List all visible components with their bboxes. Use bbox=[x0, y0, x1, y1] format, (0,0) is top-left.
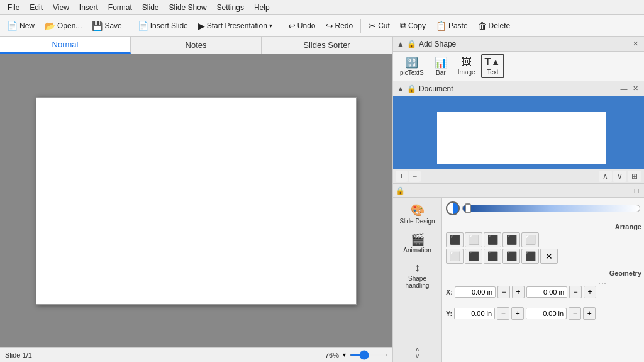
remove-slide-button[interactable]: − bbox=[409, 171, 421, 182]
doc-preview bbox=[393, 96, 644, 169]
shape-handling-tool[interactable]: ↕ Shape handling bbox=[394, 258, 441, 292]
arrange-row-1: ⬛ ⬜ ⬛ ⬛ ⬜ bbox=[443, 232, 643, 248]
menu-format[interactable]: Format bbox=[103, 2, 137, 13]
delete-button[interactable]: 🗑 Delete bbox=[474, 19, 515, 33]
save-button[interactable]: 💾 Save bbox=[87, 19, 126, 33]
undo-button[interactable]: ↩ Undo bbox=[284, 19, 320, 33]
cut-button[interactable]: ✂ Cut bbox=[364, 19, 394, 33]
zoom-slider[interactable] bbox=[350, 354, 387, 356]
geometry-section: Geometry X: − + − + ⋮ Y: bbox=[443, 267, 643, 321]
open-button[interactable]: 📂 Open... bbox=[40, 19, 86, 33]
y-increase-btn[interactable]: + bbox=[511, 307, 524, 320]
paste-button[interactable]: 📋 Paste bbox=[431, 19, 472, 33]
close-button[interactable]: ✕ bbox=[630, 39, 640, 49]
status-bar: Slide 1/1 76% ▾ bbox=[0, 347, 392, 362]
doc-collapse-icon[interactable]: ▲ bbox=[397, 84, 404, 93]
insert-slide-button[interactable]: 📄 Insert Slide bbox=[133, 19, 192, 33]
x2-increase-btn[interactable]: + bbox=[584, 286, 596, 298]
arr-btn-10[interactable]: ⬛ bbox=[521, 249, 539, 264]
x-decrease-btn[interactable]: − bbox=[497, 286, 510, 298]
tab-normal[interactable]: Normal bbox=[0, 37, 131, 54]
arr-btn-2[interactable]: ⬜ bbox=[465, 232, 482, 247]
menu-settings[interactable]: Settings bbox=[212, 2, 249, 13]
y-input-1[interactable] bbox=[454, 308, 495, 319]
shape-tool-pictext[interactable]: 🔡 picTextS bbox=[397, 55, 427, 78]
arr-btn-3[interactable]: ⬛ bbox=[484, 232, 501, 247]
x-input-1[interactable] bbox=[455, 286, 496, 298]
separator-1 bbox=[130, 19, 130, 33]
y2-decrease-btn[interactable]: − bbox=[569, 307, 581, 320]
shape-tool-text[interactable]: T▲ Text bbox=[481, 54, 505, 78]
redo-button[interactable]: ↪ Redo bbox=[321, 19, 358, 33]
expand-btn[interactable]: □ bbox=[631, 186, 641, 196]
arr-btn-8[interactable]: ⬛ bbox=[484, 249, 501, 264]
menu-slideshow[interactable]: Slide Show bbox=[164, 2, 212, 13]
slide-area bbox=[0, 54, 392, 347]
menu-help[interactable]: Help bbox=[249, 2, 275, 13]
slide-canvas[interactable] bbox=[36, 97, 357, 305]
x-increase-btn[interactable]: + bbox=[512, 286, 525, 298]
next-slide-button[interactable]: ∨ bbox=[613, 171, 626, 182]
sidebar-scroll[interactable]: ∧ ∨ bbox=[415, 346, 419, 359]
text-icon: T▲ bbox=[485, 57, 501, 68]
grid-view-button[interactable]: ⊞ bbox=[628, 171, 641, 182]
new-button[interactable]: 📄 New bbox=[3, 19, 39, 33]
color-slider-thumb[interactable] bbox=[465, 203, 471, 213]
geometry-title: Geometry bbox=[443, 267, 643, 278]
doc-close-button[interactable]: ✕ bbox=[630, 84, 640, 94]
y2-increase-btn[interactable]: + bbox=[583, 307, 596, 320]
arr-btn-6[interactable]: ⬜ bbox=[446, 249, 464, 264]
save-icon: 💾 bbox=[92, 21, 103, 31]
doc-lock-icon: 🔒 bbox=[407, 84, 416, 93]
arr-btn-9[interactable]: ⬛ bbox=[502, 249, 520, 264]
arr-btn-5[interactable]: ⬜ bbox=[521, 232, 539, 247]
menu-insert[interactable]: Insert bbox=[74, 2, 103, 13]
minimize-button[interactable]: — bbox=[619, 39, 629, 49]
x-input-2[interactable] bbox=[526, 286, 567, 298]
add-shape-title: Add Shape bbox=[419, 40, 456, 48]
main-area: Normal Notes Slides Sorter Slide 1/1 76%… bbox=[0, 37, 644, 362]
menu-edit[interactable]: Edit bbox=[25, 2, 48, 13]
menu-bar: File Edit View Insert Format Slide Slide… bbox=[0, 0, 644, 15]
animation-icon: 🎬 bbox=[411, 232, 425, 246]
doc-preview-controls: + − ∧ ∨ ⊞ bbox=[393, 169, 644, 183]
tab-notes[interactable]: Notes bbox=[131, 37, 262, 54]
animation-tool[interactable]: 🎬 Animation bbox=[394, 229, 441, 257]
arr-btn-4[interactable]: ⬛ bbox=[502, 232, 520, 247]
document-title: Document bbox=[419, 84, 453, 93]
menu-slide[interactable]: Slide bbox=[137, 2, 164, 13]
shape-tool-bar[interactable]: 📊 Bar bbox=[430, 55, 452, 78]
shape-tool-image[interactable]: 🖼 Image bbox=[455, 55, 479, 77]
color-circle-outer[interactable] bbox=[446, 201, 460, 215]
zoom-level: 76% bbox=[325, 351, 339, 359]
slide-design-tool[interactable]: 🎨 Slide Design bbox=[394, 200, 441, 228]
new-icon: 📄 bbox=[7, 21, 18, 31]
geometry-y-row: Y: − + − + bbox=[443, 306, 643, 321]
arr-btn-11[interactable]: ✕ bbox=[540, 249, 558, 264]
doc-preview-white-box bbox=[437, 112, 606, 164]
copy-button[interactable]: ⧉ Copy bbox=[396, 18, 430, 33]
tab-slides-sorter[interactable]: Slides Sorter bbox=[262, 37, 392, 54]
slide-info: Slide 1/1 bbox=[5, 351, 32, 359]
add-slide-button[interactable]: + bbox=[396, 171, 408, 182]
arr-btn-7[interactable]: ⬛ bbox=[465, 249, 482, 264]
document-section: ▲ 🔒 Document — ✕ + − ∧ bbox=[393, 81, 644, 184]
right-panel: ▲ 🔒 Add Shape — ✕ 🔡 picTextS 📊 Bar bbox=[392, 37, 644, 362]
y-label: Y: bbox=[446, 310, 452, 317]
menu-view[interactable]: View bbox=[48, 2, 74, 13]
y-input-2[interactable] bbox=[526, 308, 567, 319]
menu-file[interactable]: File bbox=[3, 2, 25, 13]
zoom-dropdown-icon[interactable]: ▾ bbox=[343, 351, 346, 358]
doc-minimize-button[interactable]: — bbox=[619, 84, 629, 94]
document-header: ▲ 🔒 Document — ✕ bbox=[393, 81, 644, 96]
start-presentation-button[interactable]: ▶ Start Presentation ▾ bbox=[194, 19, 277, 33]
arr-btn-1[interactable]: ⬛ bbox=[446, 232, 464, 247]
properties-area: 🎨 Slide Design 🎬 Animation ↕ Shape handl… bbox=[393, 198, 644, 362]
y-decrease-btn[interactable]: − bbox=[497, 307, 509, 320]
bottom-lock-icon: 🔒 bbox=[396, 186, 405, 195]
prev-slide-button[interactable]: ∧ bbox=[599, 171, 612, 182]
add-shape-header: ▲ 🔒 Add Shape — ✕ bbox=[393, 37, 644, 52]
x2-decrease-btn[interactable]: − bbox=[569, 286, 582, 298]
paste-icon: 📋 bbox=[436, 21, 447, 31]
collapse-arrow-icon[interactable]: ▲ bbox=[397, 40, 404, 48]
